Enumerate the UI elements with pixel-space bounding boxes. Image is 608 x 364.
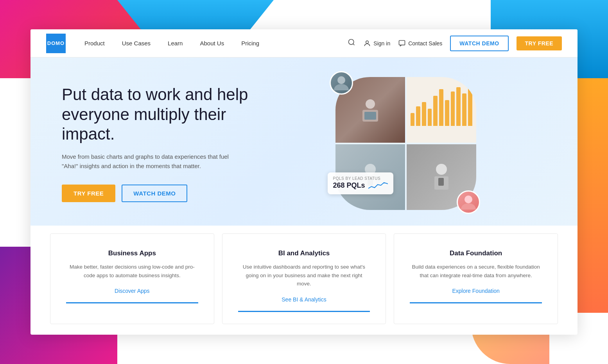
chart-bar — [462, 93, 466, 126]
svg-point-14 — [465, 195, 472, 203]
search-icon[interactable] — [348, 38, 355, 48]
hero-content: Put data to work and help everyone multi… — [62, 85, 265, 202]
feature-card-bi-analytics: BI and Analytics Use intuitive dashboard… — [222, 233, 386, 324]
svg-point-10 — [436, 164, 447, 175]
feature-title-business-apps: Business Apps — [66, 249, 198, 257]
chat-icon — [398, 39, 406, 47]
hero-img-chart — [407, 77, 476, 143]
hero-buttons: TRY FREE WATCH DEMO — [62, 185, 265, 202]
chart-bar — [422, 102, 426, 126]
hero-subtitle: Move from basic charts and graphs to dat… — [62, 152, 234, 171]
pql-widget: PQLS BY LEAD STATUS 268 PQLs — [328, 172, 393, 194]
hero-section: Put data to work and help everyone multi… — [30, 57, 578, 226]
chart-bar — [416, 106, 420, 126]
feature-card-border-business-apps — [66, 302, 198, 303]
feature-link-bi-analytics[interactable]: See BI & Analytics — [282, 296, 326, 303]
pql-label: PQLS BY LEAD STATUS — [333, 176, 388, 181]
feature-title-bi-analytics: BI and Analytics — [238, 249, 370, 257]
feature-desc-business-apps: Make better, faster decisions using low-… — [66, 263, 198, 280]
try-free-button-hero[interactable]: TRY FREE — [62, 185, 115, 202]
chart-bar — [468, 85, 472, 126]
main-container: DOMO Product Use Cases Learn About Us Pr… — [30, 29, 578, 335]
feature-title-data-foundation: Data Foundation — [410, 249, 542, 257]
person-tablet-illustration — [355, 94, 386, 126]
chart-bar — [456, 87, 461, 126]
chart-bar — [433, 96, 438, 126]
features-section: Business Apps Make better, faster decisi… — [30, 226, 578, 324]
nav-learn[interactable]: Learn — [161, 37, 190, 50]
person-icon — [363, 39, 371, 47]
feature-card-border-bi-analytics — [238, 311, 370, 312]
watch-demo-button-hero[interactable]: WATCH DEMO — [122, 185, 187, 202]
chart-bar — [428, 109, 432, 126]
nav-about-us[interactable]: About Us — [193, 37, 231, 50]
feature-card-data-foundation: Data Foundation Build data experiences o… — [394, 233, 558, 324]
chart-bar — [445, 100, 449, 126]
svg-rect-3 — [399, 40, 405, 45]
avatar-bottom-right-img — [458, 192, 479, 213]
feature-desc-data-foundation: Build data experiences on a secure, flex… — [410, 263, 542, 280]
nav-product[interactable]: Product — [77, 37, 112, 50]
nav-links: Product Use Cases Learn About Us Pricing — [77, 37, 348, 50]
svg-line-1 — [353, 44, 355, 45]
logo-box: DOMO — [46, 34, 66, 53]
logo-text: DOMO — [47, 40, 65, 46]
svg-point-2 — [366, 41, 369, 43]
contact-sales-button[interactable]: Contact Sales — [398, 39, 442, 47]
contact-sales-label: Contact Sales — [408, 40, 442, 47]
pql-value: 268 PQLs — [333, 181, 365, 190]
nav-pricing[interactable]: Pricing — [234, 37, 266, 50]
chart-bar — [439, 89, 443, 126]
logo[interactable]: DOMO — [46, 34, 66, 53]
pql-chart-line — [368, 181, 388, 190]
avatar-top-left — [330, 71, 353, 95]
watch-demo-button[interactable]: WATCH DEMO — [450, 36, 508, 51]
hero-title: Put data to work and help everyone multi… — [62, 85, 265, 144]
nav-right: Sign in Contact Sales WATCH DEMO TRY FRE… — [348, 36, 562, 51]
feature-desc-bi-analytics: Use intuitive dashboards and reporting t… — [238, 263, 370, 288]
feature-card-border-data-foundation — [410, 302, 542, 303]
feature-link-business-apps[interactable]: Discover Apps — [115, 288, 149, 294]
svg-point-0 — [349, 39, 354, 45]
chart-bar — [451, 91, 455, 126]
svg-rect-12 — [438, 178, 444, 186]
svg-rect-6 — [364, 112, 376, 120]
chart-bar — [411, 113, 415, 126]
feature-link-data-foundation[interactable]: Explore Foundation — [452, 288, 499, 294]
woman-phone-illustration — [426, 161, 457, 193]
sign-in-label: Sign in — [373, 40, 390, 47]
nav-use-cases[interactable]: Use Cases — [115, 37, 158, 50]
header: DOMO Product Use Cases Learn About Us Pr… — [30, 29, 578, 57]
feature-card-business-apps: Business Apps Make better, faster decisi… — [50, 233, 214, 324]
svg-point-4 — [366, 99, 375, 109]
sign-in-button[interactable]: Sign in — [363, 39, 390, 47]
avatar-bottom-right — [457, 190, 480, 214]
svg-point-13 — [337, 76, 345, 84]
hero-visual: PQLS BY LEAD STATUS 268 PQLs — [265, 77, 546, 210]
try-free-button-header[interactable]: TRY FREE — [517, 36, 562, 50]
avatar-top-left-img — [331, 72, 352, 93]
